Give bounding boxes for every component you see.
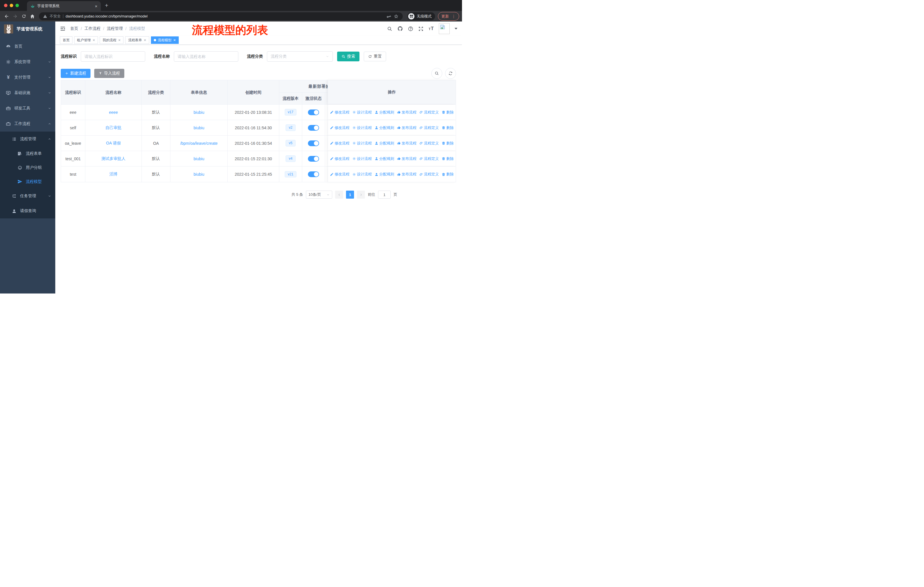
model-name-link[interactable]: 滔博 <box>109 172 117 177</box>
active-toggle[interactable] <box>308 171 319 177</box>
font-size-icon[interactable]: TT <box>429 26 434 31</box>
import-process-button[interactable]: 导入流程 <box>94 69 124 78</box>
delete-link[interactable]: 删除 <box>442 156 454 161</box>
active-toggle[interactable] <box>308 109 319 115</box>
sidebar-item-payment[interactable]: ¥ 支付管理 <box>0 69 55 85</box>
design-process-link[interactable]: 设计流程 <box>352 141 372 146</box>
model-name-link[interactable]: eeee <box>109 110 118 115</box>
publish-process-link[interactable]: 发布流程 <box>397 141 416 146</box>
next-page-button[interactable] <box>357 190 365 198</box>
window-close-button[interactable] <box>4 4 7 7</box>
publish-process-link[interactable]: 发布流程 <box>397 172 416 177</box>
breadcrumb-workflow[interactable]: 工作流程 <box>84 26 101 31</box>
prev-page-button[interactable] <box>335 190 343 198</box>
process-definition-link[interactable]: 流程定义 <box>419 156 439 161</box>
url-text[interactable]: dashboard.yudao.iocoder.cn/bpm/manager/m… <box>66 14 384 18</box>
sidebar-item-user-group[interactable]: 用户分组 <box>0 160 55 175</box>
version-badge[interactable]: v21 <box>285 171 297 177</box>
version-badge[interactable]: v2 <box>285 124 295 131</box>
model-name-link[interactable]: OA 请假 <box>106 141 120 146</box>
home-icon[interactable] <box>29 13 36 20</box>
tag-close-icon[interactable]: ✕ <box>118 38 120 42</box>
password-key-icon[interactable] <box>386 14 391 19</box>
publish-process-link[interactable]: 发布流程 <box>397 156 416 161</box>
not-secure-warning-icon[interactable] <box>43 14 47 18</box>
avatar[interactable] <box>439 23 450 34</box>
sidebar-item-system[interactable]: 系统管理 <box>0 54 55 69</box>
browser-tab[interactable]: 芋道管理系统 × <box>27 1 101 11</box>
reload-icon[interactable] <box>20 13 28 20</box>
version-badge[interactable]: v5 <box>285 140 295 146</box>
delete-link[interactable]: 删除 <box>442 110 454 115</box>
tag-home[interactable]: 首页 <box>60 36 73 44</box>
process-name-input[interactable] <box>174 51 238 62</box>
new-tab-button[interactable]: + <box>105 2 108 9</box>
tag-my-process[interactable]: 我的流程 ✕ <box>100 36 124 44</box>
design-process-link[interactable]: 设计流程 <box>352 110 372 115</box>
assign-rule-link[interactable]: 分配规则 <box>375 110 394 115</box>
active-toggle[interactable] <box>308 141 319 146</box>
assign-rule-link[interactable]: 分配规则 <box>375 141 394 146</box>
delete-link[interactable]: 删除 <box>442 172 454 177</box>
version-badge[interactable]: v4 <box>285 155 295 162</box>
update-chip[interactable]: 更新 ⋮ <box>438 12 459 21</box>
forward-icon[interactable] <box>12 13 19 20</box>
active-toggle[interactable] <box>308 125 319 131</box>
form-info-link[interactable]: biubiu <box>194 110 204 115</box>
assign-rule-link[interactable]: 分配规则 <box>375 172 394 177</box>
version-badge[interactable]: v17 <box>285 109 297 115</box>
breadcrumb-home[interactable]: 首页 <box>70 26 78 31</box>
design-process-link[interactable]: 设计流程 <box>352 172 372 177</box>
breadcrumb-process-mgmt[interactable]: 流程管理 <box>107 26 123 31</box>
back-icon[interactable] <box>3 13 10 20</box>
process-definition-link[interactable]: 流程定义 <box>419 110 439 115</box>
avatar-caret-icon[interactable] <box>455 28 457 30</box>
form-info-link[interactable]: biubiu <box>194 126 204 130</box>
page-size-select[interactable]: 10条/页 <box>306 190 332 198</box>
edit-process-link[interactable]: 修改流程 <box>330 125 350 131</box>
model-name-link[interactable]: 测试多审批人 <box>101 156 125 161</box>
fullscreen-icon[interactable] <box>418 26 424 31</box>
publish-process-link[interactable]: 发布流程 <box>397 125 416 131</box>
create-process-button[interactable]: 新建流程 <box>61 69 91 78</box>
edit-process-link[interactable]: 修改流程 <box>330 141 350 146</box>
process-id-input[interactable] <box>81 51 145 62</box>
tab-close-icon[interactable]: × <box>95 4 97 8</box>
model-name-link[interactable]: 自己审批 <box>106 125 121 131</box>
form-info-link[interactable]: biubiu <box>194 157 204 161</box>
update-label[interactable]: 更新 <box>441 14 449 19</box>
help-icon[interactable] <box>408 26 413 31</box>
reset-button[interactable]: 重置 <box>364 51 386 61</box>
form-info-link[interactable]: biubiu <box>194 172 204 177</box>
sidebar-item-devtools[interactable]: 研发工具 <box>0 101 55 116</box>
assign-rule-link[interactable]: 分配规则 <box>375 125 394 131</box>
sidebar-item-task-mgmt[interactable]: 任务管理 <box>0 189 55 203</box>
edit-process-link[interactable]: 修改流程 <box>330 156 350 161</box>
toggle-search-button[interactable] <box>431 68 442 79</box>
tag-tenant[interactable]: 租户管理 ✕ <box>74 36 98 44</box>
address-bar[interactable]: 不安全 dashboard.yudao.iocoder.cn/bpm/manag… <box>39 12 403 20</box>
window-zoom-button[interactable] <box>15 4 19 7</box>
process-definition-link[interactable]: 流程定义 <box>419 141 439 146</box>
publish-process-link[interactable]: 发布流程 <box>397 110 416 115</box>
edit-process-link[interactable]: 修改流程 <box>330 172 350 177</box>
bookmark-star-icon[interactable] <box>394 14 399 19</box>
edit-process-link[interactable]: 修改流程 <box>330 110 350 115</box>
process-definition-link[interactable]: 流程定义 <box>419 125 439 131</box>
delete-link[interactable]: 删除 <box>442 125 454 131</box>
window-minimize-button[interactable] <box>10 4 13 7</box>
github-icon[interactable] <box>397 26 403 31</box>
process-definition-link[interactable]: 流程定义 <box>419 172 439 177</box>
hamburger-icon[interactable] <box>60 26 66 31</box>
sidebar-item-infra[interactable]: 基础设施 <box>0 85 55 101</box>
browser-menu-dots-icon[interactable]: ⋮ <box>452 14 456 19</box>
sidebar-item-home[interactable]: 首页 <box>0 39 55 54</box>
tag-close-icon[interactable]: ✕ <box>144 38 146 42</box>
tag-close-icon[interactable]: ✕ <box>173 38 176 42</box>
search-button[interactable]: 搜索 <box>337 51 360 61</box>
process-category-select[interactable]: 流程分类 <box>267 51 333 62</box>
active-toggle[interactable] <box>308 156 319 162</box>
goto-page-input[interactable] <box>378 190 391 198</box>
page-number-1[interactable]: 1 <box>346 190 354 198</box>
search-icon[interactable] <box>387 26 393 31</box>
